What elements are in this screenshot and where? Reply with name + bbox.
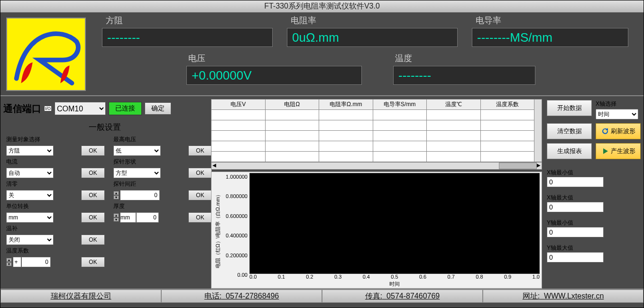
xmax-label: X轴最大值 xyxy=(547,194,641,202)
general-settings-title: 一般设置 xyxy=(3,122,206,133)
thick-unit-field xyxy=(120,212,136,223)
gen-wave-button[interactable]: 产生波形 xyxy=(596,143,641,159)
table-row xyxy=(212,141,542,152)
probe-shape-label: 探针形状 xyxy=(113,158,217,166)
logo-container xyxy=(0,13,92,95)
table-header-row: 电压V 电阻Ω 电阻率Ω.mm 电导率S/mm 温度℃ 温度系数 xyxy=(212,100,542,110)
current-label: 电流 xyxy=(6,158,110,166)
current-select[interactable]: 自动 xyxy=(6,168,54,178)
table-row xyxy=(212,152,542,162)
temp-value: -------- xyxy=(393,66,535,85)
port-ok-button[interactable]: 确定 xyxy=(145,102,171,115)
resistivity-label: 电阻率 xyxy=(291,15,316,26)
resistivity-value: 0uΩ.mm xyxy=(287,28,458,47)
probe-dist-label: 探针间距 xyxy=(113,180,217,188)
probe-dist-spinner[interactable]: ▲▼ xyxy=(113,191,119,199)
left-panel: 通信端口 I/O COM10 已连接 确定 一般设置 测量对象选择 最高电压 方… xyxy=(0,96,209,289)
port-label: 通信端口 xyxy=(3,102,41,115)
tempcomp-ok-button[interactable]: OK xyxy=(81,235,105,245)
thick-input[interactable] xyxy=(136,212,159,223)
clear-data-button[interactable]: 清空数据 xyxy=(547,123,592,139)
table-header[interactable]: 电压V xyxy=(212,100,266,110)
footer-fax: 传真: 0574-87460769 xyxy=(322,290,483,303)
table-header[interactable]: 电阻率Ω.mm xyxy=(319,100,373,110)
table-row xyxy=(212,110,542,120)
xmin-input[interactable] xyxy=(547,177,604,187)
maxv-select[interactable]: 低 xyxy=(113,145,161,156)
data-table: 电压V 电阻Ω 电阻率Ω.mm 电导率S/mm 温度℃ 温度系数 xyxy=(211,99,542,162)
table-header[interactable]: 温度系数 xyxy=(480,100,534,110)
coef-sign xyxy=(13,257,21,267)
coef-spinner[interactable]: ▲▼ xyxy=(6,258,12,266)
refresh-icon xyxy=(601,127,609,135)
current-ok-button[interactable]: OK xyxy=(81,168,105,178)
thick-spinner[interactable]: ▲▼ xyxy=(113,213,119,222)
thick-label: 厚度 xyxy=(113,202,217,210)
unit-ok-button[interactable]: OK xyxy=(81,212,105,223)
xaxis-select[interactable]: 时间 xyxy=(596,109,638,119)
obj-select[interactable]: 方阻 xyxy=(6,145,54,156)
table-header[interactable]: 电阻Ω xyxy=(265,100,319,110)
chart-ylabel: 电阻（红Ω）\电阻率（白Ω.mm） xyxy=(213,173,223,287)
chart-xticks: 0.0 0.1 0.2 0.3 0.4 0.5 0.6 0.7 0.8 0.9 … xyxy=(249,274,540,281)
footer-site[interactable]: 网址: WWW.Lxtester.cn xyxy=(483,290,644,303)
ymax-label: Y轴最大值 xyxy=(547,244,641,252)
xmax-input[interactable] xyxy=(547,202,604,212)
table-header[interactable]: 电导率S/mm xyxy=(373,100,427,110)
probe-dist-ok-button[interactable]: OK xyxy=(188,190,212,200)
xaxis-select-label: X轴选择 xyxy=(596,100,641,108)
plot-area[interactable] xyxy=(249,173,540,274)
maxv-label: 最高电压 xyxy=(113,136,217,144)
logo-svg xyxy=(7,18,85,90)
footer: 瑞柯仪器有限公司 电话: 0574-27868496 传真: 0574-8746… xyxy=(0,289,644,303)
obj-ok-button[interactable]: OK xyxy=(81,145,105,156)
unit-label: 单位转换 xyxy=(6,202,110,210)
probe-shape-select[interactable]: 方型 xyxy=(113,168,161,178)
probe-shape-ok-button[interactable]: OK xyxy=(188,168,212,178)
tempcomp-select[interactable]: 关闭 xyxy=(6,235,54,245)
chart: 电阻（红Ω）\电阻率（白Ω.mm） 1.000000 0.800000 0.60… xyxy=(211,172,542,289)
general-settings-grid: 测量对象选择 最高电压 方阻 OK 低 OK 电流 探针形状 自动 OK 方型 … xyxy=(3,135,206,268)
logo xyxy=(6,18,86,91)
readout-panel: 方阻 -------- 电阻率 0uΩ.mm 电导率 --------MS/mm… xyxy=(0,13,644,96)
table-row xyxy=(212,120,542,131)
table-header[interactable]: 温度℃ xyxy=(427,100,481,110)
zero-ok-button[interactable]: OK xyxy=(81,190,105,200)
ymin-label: Y轴最小值 xyxy=(547,219,641,227)
sq-res-label: 方阻 xyxy=(106,15,123,26)
table-row xyxy=(212,131,542,141)
probe-dist-input[interactable] xyxy=(120,190,160,200)
ymax-input[interactable] xyxy=(547,252,604,263)
xmin-label: X轴最小值 xyxy=(547,169,641,177)
title-bar: FT-330系列电阻率测试仪软件V3.0 xyxy=(0,0,644,13)
conductivity-label: 电导率 xyxy=(476,15,501,26)
port-select[interactable]: COM10 xyxy=(55,102,106,115)
table-vscroll[interactable] xyxy=(534,100,542,162)
gen-report-button[interactable]: 生成报表 xyxy=(547,143,592,159)
footer-tel: 电话: 0574-27868496 xyxy=(161,290,322,303)
port-io-icon: I/O xyxy=(44,106,52,111)
chart-xlabel: 时间 xyxy=(249,281,540,287)
ymin-input[interactable] xyxy=(547,227,604,237)
obj-label: 测量对象选择 xyxy=(6,136,110,144)
refresh-wave-button[interactable]: 刷新波形 xyxy=(596,123,641,139)
right-panel: 开始数据 X轴选择 时间 清空数据 刷新波形 生成报表 产生波形 X轴最小值 X… xyxy=(544,96,644,289)
zero-select[interactable]: 关 xyxy=(6,190,54,200)
play-icon xyxy=(601,147,609,155)
coef-input[interactable] xyxy=(21,257,51,267)
zero-label: 清零 xyxy=(6,180,110,188)
thick-ok-button[interactable]: OK xyxy=(188,212,212,223)
maxv-ok-button[interactable]: OK xyxy=(188,145,212,156)
table-hscroll[interactable]: ◀▶ xyxy=(211,162,542,170)
chart-yticks: 1.000000 0.800000 0.600000 0.400000 0.20… xyxy=(223,173,249,287)
unit-select[interactable]: mm xyxy=(6,212,54,223)
start-data-button[interactable]: 开始数据 xyxy=(547,100,592,116)
voltage-label: 电压 xyxy=(188,53,205,64)
temp-label: 温度 xyxy=(395,53,412,64)
coef-ok-button[interactable]: OK xyxy=(81,257,105,267)
footer-company: 瑞柯仪器有限公司 xyxy=(0,290,161,303)
coef-label: 温度系数 xyxy=(6,247,110,255)
center-panel: 电压V 电阻Ω 电阻率Ω.mm 电导率S/mm 温度℃ 温度系数 ◀▶ 电阻（红… xyxy=(209,96,544,289)
sq-res-value: -------- xyxy=(102,28,273,47)
connect-button[interactable]: 已连接 xyxy=(109,102,142,115)
